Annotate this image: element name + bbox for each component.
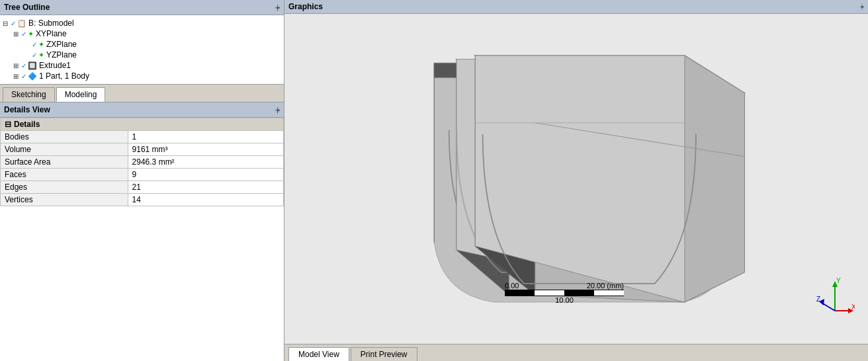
details-table: ⊟Details Bodies 1 Volume 9161 mm³ Surfac… <box>0 118 284 361</box>
table-row-surface-area: Surface Area 2946.3 mm² <box>1 156 284 169</box>
label-zxplane: ZXPlane <box>46 40 77 49</box>
icon-extrude1: 🔲 <box>28 61 37 70</box>
expand-icon-yzplane <box>24 52 30 59</box>
value-faces: 9 <box>128 169 283 181</box>
table-row-volume: Volume 9161 mm³ <box>1 143 284 156</box>
tree-item-xyplane[interactable]: ⊞ ✓ ✦ XYPlane <box>0 28 284 39</box>
table-row-faces: Faces 9 <box>1 169 284 181</box>
scale-labels: 0.00 20.00 (mm) <box>505 282 624 290</box>
svg-text:X: X <box>851 303 855 311</box>
table-row-bodies: Bodies 1 <box>1 131 284 143</box>
axis-svg: Y Z X <box>815 278 855 317</box>
tree-item-yzplane[interactable]: ✓ ✦ YZPlane <box>0 50 284 60</box>
label-extrude1: Extrude1 <box>39 61 71 70</box>
icon-part: 🔷 <box>28 72 37 81</box>
icon-yzplane: ✦ <box>38 51 44 60</box>
expand-icon-submodel[interactable]: ⊟ <box>3 20 9 27</box>
label-xyplane: XYPlane <box>36 29 67 38</box>
scale-segment-black-1 <box>505 290 535 296</box>
svg-text:Z: Z <box>816 296 820 303</box>
tab-model-view[interactable]: Model View <box>288 347 349 361</box>
right-panel: Graphics ⍆ <box>284 0 868 361</box>
value-bodies: 1 <box>128 131 283 143</box>
left-panel: Tree Outline ⍆ ⊟ ✓ 📋 B: Submodel ⊞ ✓ ✦ X… <box>0 0 284 361</box>
label-part: 1 Part, 1 Body <box>39 71 89 81</box>
value-surface-area: 2946.3 mm² <box>128 156 283 169</box>
icon-submodel: 📋 <box>17 19 26 28</box>
check-part: ✓ <box>21 73 26 80</box>
tab-modeling[interactable]: Modeling <box>56 87 106 102</box>
icon-xyplane: ✦ <box>28 30 34 38</box>
details-section-row: ⊟Details <box>1 118 284 131</box>
scale-right: 20.00 (mm) <box>587 282 624 290</box>
graphics-header: Graphics ⍆ <box>284 0 868 14</box>
label-edges: Edges <box>1 181 128 194</box>
value-volume: 9161 mm³ <box>128 143 283 156</box>
bottom-tabs: Model View Print Preview <box>284 344 868 361</box>
table-row-edges: Edges 21 <box>1 181 284 194</box>
scale-segment-white-2 <box>594 290 624 296</box>
details-section-label: ⊟Details <box>1 118 284 131</box>
check-zxplane: ✓ <box>32 41 37 48</box>
scale-bar: 0.00 20.00 (mm) 10.00 <box>505 282 624 304</box>
label-faces: Faces <box>1 169 128 181</box>
tree-outline-pin[interactable]: ⍆ <box>275 2 280 13</box>
label-surface-area: Surface Area <box>1 156 128 169</box>
icon-zxplane: ✦ <box>38 40 44 49</box>
label-vertices: Vertices <box>1 194 128 206</box>
graphics-viewport[interactable]: 0.00 20.00 (mm) 10.00 Y Z <box>284 14 868 344</box>
tab-print-preview[interactable]: Print Preview <box>351 347 417 361</box>
value-edges: 21 <box>128 181 283 194</box>
check-xyplane: ✓ <box>21 30 26 38</box>
axis-indicator: Y Z X <box>815 278 855 317</box>
expand-icon-zxplane <box>24 41 30 48</box>
svg-text:Y: Y <box>836 278 841 284</box>
details-view-title: Details View <box>4 105 50 114</box>
expand-icon-part[interactable]: ⊞ <box>13 73 20 80</box>
graphics-pin[interactable]: ⍆ <box>859 2 864 11</box>
expand-icon-extrude1[interactable]: ⊞ <box>13 62 20 69</box>
tree-item-zxplane[interactable]: ✓ ✦ ZXPlane <box>0 39 284 50</box>
details-view-pin[interactable]: ⍆ <box>275 104 280 115</box>
tree-outline-title: Tree Outline <box>4 3 50 12</box>
graphics-title: Graphics <box>288 2 323 11</box>
sketch-tabs: Sketching Modeling <box>0 85 284 102</box>
scale-segment-white-1 <box>535 290 564 296</box>
tree-item-extrude1[interactable]: ⊞ ✓ 🔲 Extrude1 <box>0 60 284 71</box>
tree-content: ⊟ ✓ 📋 B: Submodel ⊞ ✓ ✦ XYPlane ✓ ✦ ZXPl… <box>0 15 284 85</box>
label-volume: Volume <box>1 143 128 156</box>
scale-segment-black-2 <box>564 290 594 296</box>
tree-item-part[interactable]: ⊞ ✓ 🔷 1 Part, 1 Body <box>0 71 284 81</box>
table-row-vertices: Vertices 14 <box>1 194 284 206</box>
scale-left: 0.00 <box>505 282 519 290</box>
label-submodel: B: Submodel <box>28 19 74 28</box>
label-yzplane: YZPlane <box>46 50 77 60</box>
tree-outline-header: Tree Outline ⍆ <box>0 0 284 15</box>
expand-icon-xyplane[interactable]: ⊞ <box>13 30 20 38</box>
check-extrude1: ✓ <box>21 62 26 69</box>
check-yzplane: ✓ <box>32 52 37 59</box>
tree-item-submodel[interactable]: ⊟ ✓ 📋 B: Submodel <box>0 18 284 28</box>
value-vertices: 14 <box>128 194 283 206</box>
label-bodies: Bodies <box>1 131 128 143</box>
details-data-table: ⊟Details Bodies 1 Volume 9161 mm³ Surfac… <box>0 118 284 206</box>
check-submodel: ✓ <box>11 20 16 27</box>
tab-sketching[interactable]: Sketching <box>3 87 55 102</box>
scale-middle: 10.00 <box>505 296 624 304</box>
scale-bar-graphic <box>505 290 624 296</box>
details-view-header: Details View ⍆ <box>0 102 284 118</box>
